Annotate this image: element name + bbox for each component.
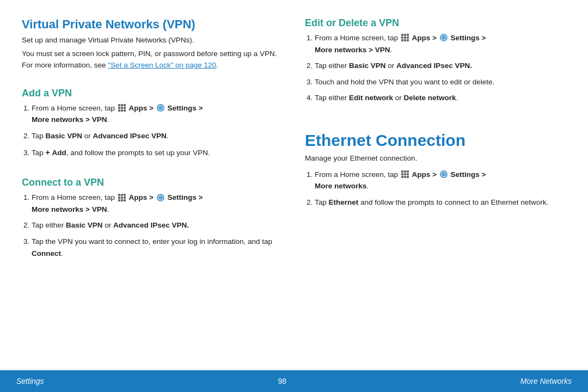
- edit-vpn-step-2: Tap either Basic VPN or Advanced IPsec V…: [315, 60, 566, 72]
- ethernet-section: Ethernet Connection Manage your Ethernet…: [305, 131, 566, 213]
- apps-label-2: Apps >: [129, 193, 154, 201]
- svg-rect-25: [404, 34, 406, 36]
- vpn-intro2: You must set a screen lock pattern, PIN,…: [22, 48, 283, 71]
- svg-rect-19: [121, 199, 123, 201]
- vpn-intro2-end: .: [216, 61, 218, 69]
- svg-rect-13: [121, 194, 123, 196]
- svg-point-47: [443, 174, 444, 175]
- connect-label: Connect: [32, 249, 61, 258]
- settings-label-2: Settings >: [168, 193, 203, 201]
- more-networks-vpn-3: More networks > VPN: [315, 46, 390, 54]
- settings-icon-4: [439, 170, 448, 179]
- edit-vpn-section: Edit or Delete a VPN From a Home screen,…: [305, 17, 566, 108]
- apps-label-3: Apps >: [412, 34, 437, 42]
- svg-rect-7: [121, 109, 123, 112]
- basic-vpn-3: Basic VPN: [349, 62, 386, 70]
- svg-point-11: [160, 107, 161, 109]
- adv-ipsec-2: Advanced IPsec VPN.: [113, 221, 189, 229]
- right-column: Edit or Delete a VPN From a Home screen,…: [305, 17, 566, 338]
- svg-rect-1: [121, 104, 123, 106]
- edit-vpn-step-1: From a Home screen, tap: [315, 32, 566, 56]
- edit-vpn-step-4: Tap either Edit network or Delete networ…: [315, 92, 566, 104]
- svg-rect-37: [404, 170, 406, 173]
- svg-point-35: [443, 37, 444, 39]
- apps-icon-4: [401, 170, 409, 179]
- svg-rect-38: [407, 170, 409, 173]
- more-networks-label: More networks: [315, 182, 366, 190]
- left-column: Virtual Private Networks (VPN) Set up an…: [22, 17, 283, 338]
- vpn-main-title: Virtual Private Networks (VPN): [22, 17, 283, 32]
- edit-vpn-steps: From a Home screen, tap: [305, 32, 566, 104]
- svg-rect-16: [121, 197, 123, 199]
- svg-rect-32: [407, 39, 409, 41]
- connect-vpn-steps: From a Home screen, tap: [22, 192, 283, 259]
- settings-label-4: Settings >: [451, 170, 486, 179]
- settings-icon-1: [156, 103, 165, 112]
- settings-icon-3: [439, 33, 448, 42]
- add-vpn-step-3: Tap + Add, and follow the prompts to set…: [32, 146, 283, 159]
- more-networks-vpn-2: More networks > VPN: [32, 205, 107, 213]
- svg-rect-0: [118, 104, 120, 106]
- footer-bar: Settings 98 More Networks: [0, 370, 588, 392]
- footer-page: 98: [278, 377, 286, 385]
- svg-rect-12: [118, 194, 120, 196]
- connect-vpn-title: Connect to a VPN: [22, 177, 283, 188]
- adv-ipsec-1: Advanced IPsec VPN: [93, 132, 167, 140]
- settings-icon-2: [156, 193, 165, 202]
- connect-vpn-step-3: Tap the VPN you want to connect to, ente…: [32, 236, 283, 259]
- ethernet-intro: Manage your Ethernet connection.: [305, 153, 566, 164]
- apps-label-1: Apps >: [129, 104, 154, 112]
- svg-rect-29: [407, 36, 409, 39]
- delete-network-label: Delete network: [404, 94, 456, 102]
- edit-network-label: Edit network: [349, 94, 393, 102]
- edit-vpn-step-3: Touch and hold the VPN that you want to …: [315, 76, 566, 88]
- svg-rect-31: [404, 39, 406, 41]
- vpn-intro1: Set up and manage Virtual Private Networ…: [22, 35, 283, 46]
- svg-rect-43: [404, 176, 406, 178]
- svg-rect-40: [404, 173, 406, 175]
- svg-rect-28: [404, 36, 406, 39]
- basic-vpn-2: Basic VPN: [66, 221, 103, 229]
- footer-right: More Networks: [520, 377, 572, 385]
- svg-rect-2: [124, 104, 126, 106]
- ethernet-title: Ethernet Connection: [305, 131, 566, 150]
- ethernet-bold-label: Ethernet: [329, 198, 359, 206]
- ethernet-steps: From a Home screen, tap: [305, 169, 566, 209]
- svg-rect-15: [118, 197, 120, 199]
- svg-rect-6: [118, 109, 120, 112]
- svg-rect-20: [124, 199, 126, 201]
- apps-icon-3: [401, 33, 409, 42]
- svg-rect-5: [124, 107, 126, 109]
- edit-vpn-title: Edit or Delete a VPN: [305, 17, 566, 29]
- svg-rect-24: [401, 34, 403, 36]
- basic-vpn-1: Basic VPN: [46, 132, 83, 140]
- footer-left: Settings: [16, 377, 44, 385]
- ethernet-step-2: Tap Ethernet and follow the prompts to c…: [315, 197, 566, 209]
- apps-icon-1: [118, 103, 126, 112]
- svg-rect-27: [401, 36, 403, 39]
- plus-icon: +: [46, 146, 50, 158]
- svg-rect-18: [118, 199, 120, 201]
- add-vpn-steps: From a Home screen, tap: [22, 102, 283, 158]
- svg-rect-36: [401, 170, 403, 173]
- svg-rect-17: [124, 197, 126, 199]
- vpn-section: Virtual Private Networks (VPN) Set up an…: [22, 17, 283, 74]
- svg-rect-30: [401, 39, 403, 41]
- connect-vpn-section: Connect to a VPN From a Home screen, tap: [22, 177, 283, 264]
- add-vpn-title: Add a VPN: [22, 88, 283, 99]
- apps-icon-2: [118, 193, 126, 202]
- settings-label-3: Settings >: [451, 34, 486, 42]
- connect-vpn-step-1: From a Home screen, tap: [32, 192, 283, 215]
- apps-label-4: Apps >: [412, 170, 437, 179]
- add-label: Add: [52, 149, 66, 157]
- svg-rect-39: [401, 173, 403, 175]
- svg-point-23: [160, 197, 161, 198]
- svg-rect-3: [118, 107, 120, 109]
- add-vpn-section: Add a VPN From a Home screen, tap: [22, 88, 283, 163]
- screen-lock-link[interactable]: "Set a Screen Lock" on page 120: [108, 61, 216, 69]
- more-networks-vpn-1: More networks > VPN: [32, 115, 107, 124]
- add-vpn-step-1: From a Home screen, tap: [32, 102, 283, 126]
- adv-ipsec-3: Advanced IPsec VPN.: [396, 62, 472, 70]
- settings-label-1: Settings >: [168, 104, 203, 112]
- svg-rect-14: [124, 194, 126, 196]
